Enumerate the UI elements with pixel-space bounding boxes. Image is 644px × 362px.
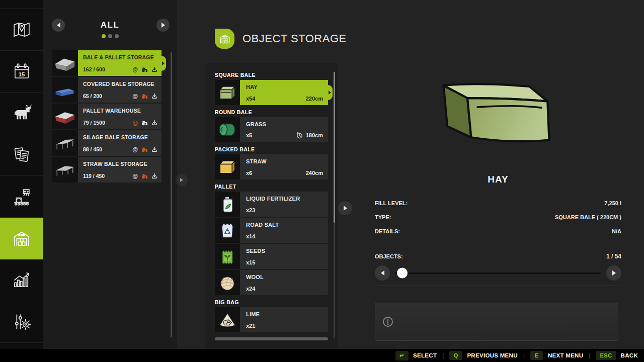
- building-thumbnail: [52, 104, 78, 129]
- object-info: ROAD SALT x14: [240, 218, 328, 243]
- object-thumbnail: [215, 192, 240, 217]
- object-count: x6: [246, 170, 252, 176]
- arrow-right-icon: [162, 23, 165, 28]
- sidebar-item-production[interactable]: [0, 176, 43, 218]
- building-count: 88 / 450: [83, 146, 102, 152]
- statistics-icon: [11, 269, 32, 291]
- object-count: x15: [246, 259, 255, 265]
- detail-rows: FILL LEVEL: 7,250 l TYPE: SQUARE BALE ( …: [375, 196, 621, 238]
- object-row-hay[interactable]: HAY x54 220cm: [215, 80, 328, 105]
- at-icon: @: [132, 120, 138, 126]
- wool-ball-image: [216, 272, 238, 294]
- prev-object-button[interactable]: [375, 265, 390, 281]
- object-thumbnail: [215, 154, 240, 179]
- arrow-right-icon: [344, 206, 347, 211]
- sidebar-item-settings[interactable]: [0, 301, 43, 343]
- type-row: TYPE: SQUARE BALE ( 220CM ): [375, 210, 621, 224]
- calendar-icon: 15: [11, 61, 32, 82]
- selected-row-notch: [326, 85, 333, 100]
- action-previous-menu[interactable]: Q PREVIOUS MENU: [449, 351, 517, 360]
- building-thumbnail: [52, 157, 78, 183]
- alert-icon: [382, 316, 393, 327]
- tractor-icon: [141, 120, 148, 126]
- building-row-covered-bale-storage[interactable]: COVERED BALE STORAGE 65 / 200 @: [52, 77, 162, 103]
- building-count: 162 / 600: [83, 66, 105, 72]
- sidebar-item-animals[interactable]: [0, 93, 43, 134]
- arrow-left-icon: [381, 270, 384, 276]
- building-row-bale-pallet-storage[interactable]: BALE & PALLET STORAGE 162 / 600 @: [52, 50, 162, 76]
- object-thumbnail: [215, 80, 240, 105]
- object-row-wool[interactable]: WOOL x24: [215, 270, 328, 295]
- hay-bale-illustration: [438, 80, 554, 151]
- tractor-icon: [141, 93, 148, 99]
- objects-scrollbar[interactable]: [334, 72, 335, 338]
- arrow-right-icon: [180, 178, 183, 182]
- grass-roll-image: [216, 119, 238, 141]
- building-info: COVERED BALE STORAGE 65 / 200 @: [78, 77, 162, 103]
- sidebar-item-map[interactable]: [0, 9, 43, 51]
- building-info: BALE & PALLET STORAGE 162 / 600 @: [78, 50, 162, 76]
- building-thumbnail: [52, 130, 78, 156]
- object-row-straw[interactable]: STRAW x6 240cm: [215, 154, 328, 179]
- expand-buildings-arrow[interactable]: [176, 174, 188, 186]
- cow-icon: [11, 103, 32, 124]
- divider: |: [442, 352, 444, 359]
- divider: |: [589, 352, 590, 359]
- object-count: x54: [246, 96, 255, 102]
- building-row-pallet-warehouse[interactable]: PALLET WAREHOUSE 79 / 1500 @: [52, 104, 162, 129]
- object-thumbnail: [215, 307, 240, 332]
- building-count: 65 / 200: [83, 93, 102, 99]
- bottom-action-bar: ↵ SELECT | Q PREVIOUS MENU | E NEXT MENU…: [0, 349, 644, 362]
- warehouse-icon: [218, 32, 231, 45]
- tractor-icon: [141, 66, 148, 72]
- buildings-scrollbar[interactable]: [171, 52, 172, 337]
- objects-value: 1 / 54: [606, 253, 621, 260]
- building-thumbnail: [52, 77, 78, 103]
- object-row-seeds[interactable]: SEEDS x15: [215, 244, 328, 269]
- fill-level-label: FILL LEVEL:: [375, 200, 408, 206]
- object-storage-badge: [215, 29, 234, 49]
- object-row-liquid-fertilizer[interactable]: LIQUID FERTILIZER x23: [215, 192, 328, 217]
- sidebar-item-storage[interactable]: [0, 218, 43, 259]
- type-label: TYPE:: [375, 214, 391, 220]
- objects-row: OBJECTS: 1 / 54: [375, 250, 621, 263]
- list-bottom-indicator: [215, 337, 328, 340]
- object-count: x23: [246, 207, 255, 213]
- buildings-panel: ALL BALE & PALLET STORAGE 162: [43, 0, 177, 349]
- object-size: 180cm: [306, 132, 323, 138]
- object-row-grass[interactable]: GRASS x5 180cm: [215, 117, 328, 142]
- warehouse-icon: [11, 228, 32, 249]
- object-info: LIQUID FERTILIZER x23: [240, 192, 328, 217]
- fill-level-row: FILL LEVEL: 7,250 l: [375, 196, 621, 210]
- building-info: PALLET WAREHOUSE 79 / 1500 @: [78, 104, 162, 129]
- objects-scrollbar-thumb[interactable]: [334, 72, 335, 223]
- shed-blue-image: [53, 79, 76, 101]
- building-thumbnail: [52, 50, 78, 76]
- building-count: 79 / 1500: [83, 120, 105, 126]
- download-icon: [151, 146, 157, 152]
- object-info: SEEDS x15: [240, 244, 328, 269]
- sidebar-item-calendar[interactable]: 15: [0, 51, 43, 93]
- object-row-lime[interactable]: LIME x21: [215, 307, 328, 332]
- tractor-icon: [141, 173, 148, 179]
- at-icon: @: [132, 67, 138, 72]
- object-info: GRASS x5 180cm: [240, 117, 328, 142]
- sidebar-item-statistics[interactable]: [0, 259, 43, 301]
- next-object-button[interactable]: [606, 265, 621, 281]
- buildings-list: BALE & PALLET STORAGE 162 / 600 @: [52, 50, 162, 183]
- building-row-straw-bale-storage[interactable]: STRAW BALE STORAGE 119 / 450 @: [52, 157, 162, 183]
- object-slider-knob[interactable]: [397, 268, 408, 279]
- building-row-silage-bale-storage[interactable]: SILAGE BALE STORAGE 88 / 450 @: [52, 130, 162, 156]
- action-select[interactable]: ↵ SELECT: [395, 351, 437, 360]
- action-back[interactable]: ESC BACK: [596, 351, 638, 360]
- object-thumbnail: [215, 117, 240, 142]
- object-slider[interactable]: [395, 273, 601, 274]
- seeds-bag-image: [216, 245, 238, 267]
- sidebar-item-contracts[interactable]: [0, 134, 43, 176]
- object-row-road-salt[interactable]: ROAD SALT x14: [215, 218, 328, 243]
- e-key: E: [530, 351, 543, 360]
- next-category-button[interactable]: [156, 19, 170, 32]
- selected-object-title: HAY: [375, 174, 621, 185]
- action-next-menu[interactable]: E NEXT MENU: [530, 351, 583, 360]
- expand-objects-arrow[interactable]: [338, 201, 352, 215]
